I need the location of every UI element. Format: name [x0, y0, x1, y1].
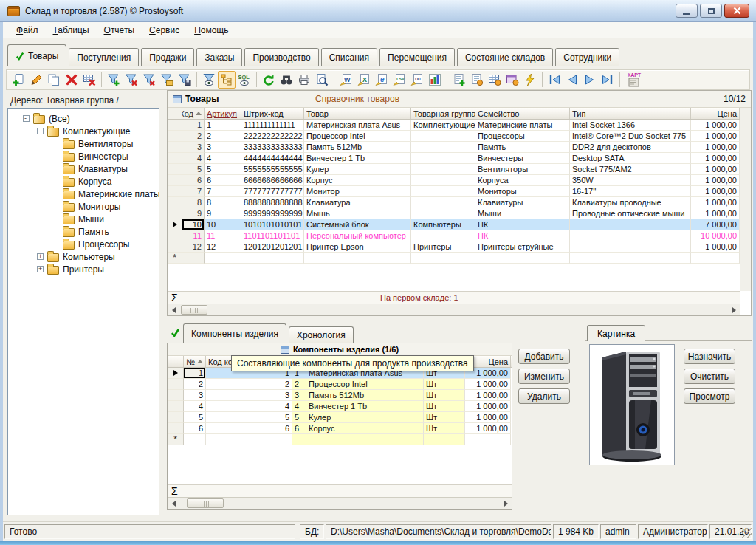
- nav-prev-icon[interactable]: [563, 71, 581, 89]
- tree-item[interactable]: Клавиатуры: [8, 162, 159, 175]
- search-icon[interactable]: [278, 71, 295, 89]
- title-bar[interactable]: Склад и торговля (2.587) © Prostoysoft: [0, 0, 756, 22]
- column-header-product[interactable]: Товар: [304, 108, 411, 119]
- edit-component-button[interactable]: Изменить: [518, 369, 570, 384]
- main-tab[interactable]: Сотрудники: [555, 48, 619, 66]
- column-header-article[interactable]: Артикул: [205, 108, 241, 119]
- tree-item[interactable]: Память: [8, 225, 159, 238]
- column-header-type[interactable]: Тип: [570, 108, 691, 119]
- menu-item[interactable]: Файл: [9, 24, 46, 37]
- export-word-icon[interactable]: W: [337, 71, 355, 89]
- main-tab[interactable]: Поступления: [69, 48, 139, 66]
- export-txt-icon[interactable]: TXT: [408, 71, 426, 89]
- refresh-icon[interactable]: [260, 71, 278, 89]
- scroll-right-icon[interactable]: [728, 304, 740, 315]
- clear-picture-button[interactable]: Очистить: [684, 369, 735, 384]
- sql-view-icon[interactable]: SQL: [236, 71, 253, 89]
- scroll-right-icon[interactable]: [500, 498, 512, 509]
- tree-item[interactable]: Корпуса: [8, 175, 159, 188]
- table-row[interactable]: 5 5 5555555555555 Кулер Вентиляторы Sock…: [168, 164, 740, 175]
- assign-picture-button[interactable]: Назначить: [684, 349, 735, 364]
- column-header-group[interactable]: Товарная группа: [411, 108, 475, 119]
- table-row[interactable]: 2 2 2222222222222 Процессор Intel Процес…: [168, 131, 740, 142]
- menu-item[interactable]: Сервис: [142, 24, 187, 37]
- table-row[interactable]: 1 1 1111111111111 Материнская плата Asus…: [168, 120, 740, 131]
- filter-add-icon[interactable]: [105, 71, 123, 89]
- view-picture-button[interactable]: Просмотр: [684, 388, 735, 404]
- table-row[interactable]: 4 4 4444444444444 Винчестер 1 Tb Винчест…: [168, 153, 740, 164]
- main-tab[interactable]: Перемещения: [379, 48, 455, 66]
- column-header-price[interactable]: Цена: [691, 108, 740, 119]
- main-tab[interactable]: Списания: [321, 48, 377, 66]
- tree-item[interactable]: (Все): [8, 112, 159, 125]
- tree-item[interactable]: Винчестеры: [8, 150, 159, 162]
- tree-item[interactable]: Принтеры: [8, 263, 159, 275]
- filter-view-icon[interactable]: [200, 71, 218, 89]
- filter-save-icon[interactable]: [176, 71, 193, 89]
- tree-expander-icon[interactable]: [37, 253, 44, 260]
- component-row[interactable]: 4 4 4 Винчестер 1 Tb Шт 1 000,00: [168, 401, 512, 412]
- column-header-family[interactable]: Семейство: [475, 108, 570, 119]
- table-settings-icon[interactable]: [486, 71, 504, 89]
- tree-item[interactable]: Мониторы: [8, 200, 159, 213]
- resize-grip[interactable]: [742, 528, 752, 538]
- chart-icon[interactable]: [426, 71, 444, 89]
- delete-record-icon[interactable]: [63, 71, 80, 89]
- add-component-button[interactable]: Добавить: [518, 349, 570, 364]
- tree-item[interactable]: Компьютеры: [8, 250, 159, 263]
- main-tab[interactable]: Состояние складов: [457, 48, 553, 66]
- table-row[interactable]: 7 7 7777777777777 Монитор Мониторы 16-17…: [168, 186, 740, 197]
- scroll-left-icon[interactable]: [168, 304, 179, 315]
- table-row[interactable]: 3 3 3333333333333 Память 512Mb Память DD…: [168, 142, 740, 153]
- delete-component-button[interactable]: Удалить: [518, 388, 570, 404]
- column-header-barcode[interactable]: Штрих-код: [241, 108, 304, 119]
- table-row[interactable]: 11 11 1101101101101 Персональный компьют…: [168, 230, 740, 241]
- table-row[interactable]: 8 8 8888888888888 Клавиатура Клавиатуры …: [168, 197, 740, 208]
- tree-item[interactable]: Мыши: [8, 213, 159, 225]
- horizontal-scrollbar[interactable]: [168, 304, 740, 315]
- table-row[interactable]: 9 9 9999999999999 Мышь Мыши Проводные оп…: [168, 208, 740, 219]
- detail-tab[interactable]: Хронология: [289, 326, 354, 343]
- scroll-left-icon[interactable]: [168, 498, 179, 509]
- scrollbar-thumb[interactable]: [181, 305, 207, 315]
- menu-item[interactable]: Отчеты: [97, 24, 142, 37]
- tree-panel-toggle-icon[interactable]: [218, 71, 236, 89]
- add-child-record-icon[interactable]: [450, 71, 468, 89]
- main-tab[interactable]: Продажи: [141, 48, 194, 66]
- table-row[interactable]: 10 10 1010101010101 Системный блок Компь…: [168, 219, 740, 230]
- add-record-icon[interactable]: [10, 71, 27, 89]
- print-icon[interactable]: [295, 71, 313, 89]
- tree-expander-icon[interactable]: [23, 115, 30, 122]
- preview-icon[interactable]: [313, 71, 331, 89]
- vertical-scrollbar[interactable]: [740, 108, 751, 291]
- export-html-icon[interactable]: e: [373, 71, 391, 89]
- tree-expander-icon[interactable]: [37, 266, 44, 272]
- tab-picture[interactable]: Картинка: [587, 325, 645, 341]
- edit-record-icon[interactable]: [27, 71, 45, 89]
- column-header-number[interactable]: №: [184, 356, 206, 367]
- column-header-code[interactable]: Код: [182, 108, 205, 119]
- scrollbar-thumb[interactable]: [187, 498, 224, 508]
- menu-item[interactable]: Помощь: [187, 24, 236, 37]
- quick-input-icon[interactable]: [521, 71, 539, 89]
- close-button[interactable]: [724, 4, 749, 18]
- nav-first-icon[interactable]: [546, 71, 563, 89]
- filter-remove-icon[interactable]: [123, 71, 140, 89]
- copy-record-icon[interactable]: [45, 71, 63, 89]
- component-row[interactable]: 2 2 2 Процессор Intel Шт 1 000,00: [168, 379, 512, 390]
- tree-expander-icon[interactable]: [37, 128, 44, 134]
- main-tab[interactable]: Заказы: [196, 48, 242, 66]
- maximize-button[interactable]: [700, 4, 722, 18]
- component-row[interactable]: 3 3 3 Память 512Mb Шт 1 000,00: [168, 390, 512, 401]
- new-row[interactable]: *: [168, 434, 512, 445]
- filter-clear-icon[interactable]: [140, 71, 158, 89]
- main-tab[interactable]: Производство: [244, 48, 318, 66]
- delete-filtered-icon[interactable]: [80, 71, 98, 89]
- filter-open-icon[interactable]: [158, 71, 176, 89]
- new-row[interactable]: *: [168, 253, 740, 264]
- form-settings-icon[interactable]: [504, 71, 521, 89]
- nav-next-icon[interactable]: [581, 71, 599, 89]
- export-excel-icon[interactable]: X: [355, 71, 373, 89]
- nav-last-icon[interactable]: [599, 71, 616, 89]
- tree-item[interactable]: Процессоры: [8, 238, 159, 250]
